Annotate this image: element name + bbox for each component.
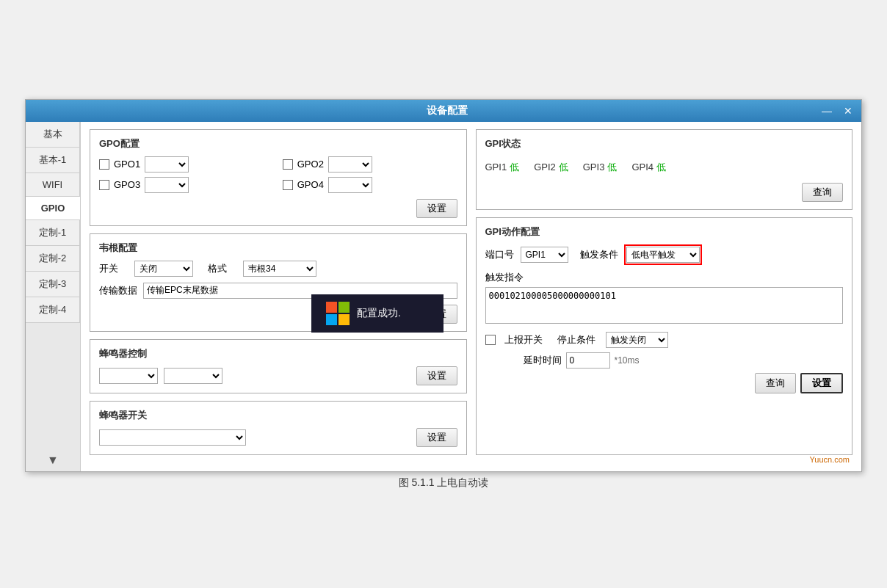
buzzer-control-section: 蜂鸣器控制 设置 bbox=[90, 339, 467, 393]
window-title: 设备配置 bbox=[76, 104, 819, 117]
weigen-switch-select[interactable]: 关闭 bbox=[134, 261, 193, 277]
gpo2-select[interactable] bbox=[328, 156, 372, 173]
gpi-report-label: 上报开关 bbox=[504, 333, 543, 346]
gpi-delay-unit: *10ms bbox=[615, 355, 640, 366]
buzzer-switch-title: 蜂鸣器开关 bbox=[99, 409, 457, 422]
gpi-cmd-label: 触发指令 bbox=[485, 272, 524, 283]
windows-logo-icon bbox=[326, 302, 350, 325]
gpi4-label: GPI4 bbox=[631, 161, 654, 173]
gpo3-label: GPO3 bbox=[114, 179, 140, 190]
gpi-port-select[interactable]: GPI1 bbox=[521, 247, 568, 263]
buzzer-control-set-button[interactable]: 设置 bbox=[416, 366, 457, 385]
gpi-status-query-button[interactable]: 查询 bbox=[802, 183, 843, 202]
buzzer-switch-set-button[interactable]: 设置 bbox=[416, 428, 457, 447]
gpo1-row: GPO1 bbox=[99, 156, 274, 173]
gpo-config-title: GPO配置 bbox=[99, 137, 457, 150]
gpi-report-checkbox[interactable] bbox=[485, 335, 496, 345]
buzzer-control-row: 设置 bbox=[99, 366, 457, 385]
minimize-button[interactable]: — bbox=[819, 105, 835, 117]
gpi3-value: 低 bbox=[607, 161, 617, 174]
sidebar-item-custom2[interactable]: 定制-2 bbox=[26, 246, 80, 272]
gpo4-checkbox[interactable] bbox=[283, 180, 293, 190]
gpi-port-trigger-row: 端口号 GPI1 触发条件 低电平触发 bbox=[485, 244, 844, 265]
gpi2-item: GPI2 低 bbox=[534, 161, 568, 174]
gpi-delay-input[interactable] bbox=[566, 352, 610, 369]
gpi2-value: 低 bbox=[559, 161, 568, 174]
gpi4-item: GPI4 低 bbox=[631, 161, 666, 174]
gpo4-select[interactable] bbox=[328, 177, 372, 193]
gpi-stop-label: 停止条件 bbox=[557, 333, 595, 346]
gpo2-label: GPO2 bbox=[297, 159, 324, 170]
gpi-delay-label: 延时时间 bbox=[524, 354, 562, 367]
buzzer-switch-section: 蜂鸣器开关 设置 bbox=[90, 401, 467, 455]
gpi3-label: GPI3 bbox=[583, 161, 605, 173]
gpo4-row: GPO4 bbox=[283, 177, 457, 193]
buzzer-control-select1[interactable] bbox=[99, 368, 158, 384]
gpi-status-title: GPI状态 bbox=[485, 137, 844, 150]
gpo3-select[interactable] bbox=[145, 177, 189, 193]
gpi-action-query-button[interactable]: 查询 bbox=[755, 373, 796, 393]
gpi2-label: GPI2 bbox=[534, 161, 556, 173]
notification-text: 配置成功. bbox=[357, 307, 401, 320]
buzzer-switch-select[interactable] bbox=[99, 429, 246, 446]
gpi1-item: GPI1 低 bbox=[485, 161, 520, 174]
gpi-stop-select[interactable]: 触发关闭 bbox=[606, 332, 668, 348]
weigen-switch-label: 开关 bbox=[99, 262, 128, 275]
weigen-format-label: 格式 bbox=[208, 262, 237, 275]
gpi-trigger-label: 触发条件 bbox=[580, 248, 618, 261]
titlebar-controls: — ✕ bbox=[819, 105, 855, 117]
gpi-status-btn-row: 查询 bbox=[485, 183, 844, 202]
gpi-port-label: 端口号 bbox=[485, 248, 515, 261]
gpi1-label: GPI1 bbox=[485, 161, 507, 173]
panel-right: GPI状态 GPI1 低 GPI2 低 bbox=[476, 129, 853, 455]
gpo1-label: GPO1 bbox=[114, 159, 140, 170]
caption: 图 5.1.1 上电自动读 bbox=[399, 476, 489, 490]
gpo1-select[interactable] bbox=[145, 156, 189, 173]
gpi3-item: GPI3 低 bbox=[583, 161, 618, 174]
gpo2-checkbox[interactable] bbox=[283, 159, 293, 170]
sidebar-item-basic[interactable]: 基本 bbox=[26, 122, 80, 148]
gpi-status-section: GPI状态 GPI1 低 GPI2 低 bbox=[476, 129, 853, 210]
weigen-data-label: 传输数据 bbox=[99, 284, 137, 297]
gpo-grid: GPO1 GPO2 GPO3 bbox=[99, 156, 457, 193]
gpi-cmd-label-row: 触发指令 bbox=[485, 271, 844, 284]
titlebar: 设备配置 — ✕ bbox=[26, 100, 861, 122]
gpi-action-section: GPI动作配置 端口号 GPI1 触发条件 低电平触发 bbox=[476, 217, 853, 455]
sidebar-item-custom4[interactable]: 定制-4 bbox=[26, 297, 80, 323]
gpo3-checkbox[interactable] bbox=[99, 180, 109, 190]
gpo-set-button[interactable]: 设置 bbox=[416, 199, 457, 218]
weigen-switch-row: 开关 关闭 格式 韦根34 bbox=[99, 261, 457, 277]
watermark: Yuucn.com bbox=[90, 455, 852, 464]
gpi-trigger-select[interactable]: 低电平触发 bbox=[626, 247, 700, 263]
buzzer-switch-row: 设置 bbox=[99, 428, 457, 447]
main-window: 设备配置 — ✕ 基本 基本-1 WIFI GPIO bbox=[25, 99, 862, 472]
main-content: 基本 基本-1 WIFI GPIO 定制-1 定制-2 定制-3 bbox=[26, 122, 861, 471]
sidebar-item-custom1[interactable]: 定制-1 bbox=[26, 220, 80, 246]
gpo3-row: GPO3 bbox=[99, 177, 274, 193]
gpi-status-row: GPI1 低 GPI2 低 GPI3 低 bbox=[485, 156, 844, 178]
trigger-select-wrapper: 低电平触发 bbox=[624, 244, 702, 265]
gpi-action-title: GPI动作配置 bbox=[485, 225, 844, 239]
buzzer-control-title: 蜂鸣器控制 bbox=[99, 347, 457, 360]
weigen-config-title: 韦根配置 bbox=[99, 242, 457, 255]
sidebar-item-basic1[interactable]: 基本-1 bbox=[26, 148, 80, 173]
gpo-btn-row: 设置 bbox=[99, 199, 457, 218]
notification-overlay: 配置成功. bbox=[311, 294, 444, 333]
gpi-cmd-textarea[interactable]: 000102100005000000000101 bbox=[485, 287, 844, 324]
sidebar-item-gpio[interactable]: GPIO bbox=[26, 197, 80, 220]
sidebar-arrow-down[interactable]: ▼ bbox=[26, 449, 80, 471]
sidebar: 基本 基本-1 WIFI GPIO 定制-1 定制-2 定制-3 bbox=[26, 122, 81, 471]
buzzer-control-select2[interactable] bbox=[164, 368, 222, 384]
gpo2-row: GPO2 bbox=[283, 156, 457, 173]
sidebar-item-custom3[interactable]: 定制-3 bbox=[26, 272, 80, 297]
sidebar-item-wifi[interactable]: WIFI bbox=[26, 173, 80, 197]
gpi-action-set-button[interactable]: 设置 bbox=[800, 373, 843, 393]
gpo4-label: GPO4 bbox=[297, 179, 324, 190]
gpo-config-section: GPO配置 GPO1 GPO2 bbox=[90, 129, 467, 226]
panel-area: GPO配置 GPO1 GPO2 bbox=[81, 122, 861, 471]
gpi1-value: 低 bbox=[510, 161, 519, 174]
weigen-format-select[interactable]: 韦根34 bbox=[243, 261, 316, 277]
close-button[interactable]: ✕ bbox=[841, 105, 855, 117]
gpi4-value: 低 bbox=[656, 161, 666, 174]
gpo1-checkbox[interactable] bbox=[99, 159, 109, 170]
